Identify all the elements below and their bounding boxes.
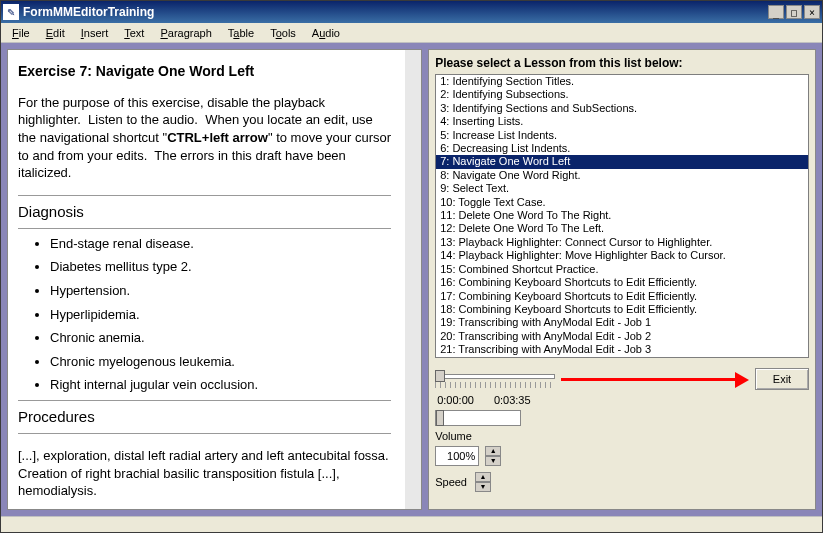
lesson-item[interactable]: 20: Transcribing with AnyModal Edit - Jo… bbox=[436, 330, 808, 343]
lesson-item[interactable]: 8: Navigate One Word Right. bbox=[436, 169, 808, 182]
list-item: Right internal jugular vein occlusion. bbox=[50, 376, 391, 394]
audio-duration: 0:03:35 bbox=[494, 394, 531, 406]
titlebar: ✎ FormMMEditorTraining _ □ × bbox=[1, 1, 822, 23]
lesson-item[interactable]: 21: Transcribing with AnyModal Edit - Jo… bbox=[436, 343, 808, 356]
menu-file[interactable]: File bbox=[5, 25, 37, 41]
app-icon: ✎ bbox=[3, 4, 19, 20]
speed-value[interactable]: 100% bbox=[435, 446, 479, 466]
lesson-item[interactable]: 4: Inserting Lists. bbox=[436, 115, 808, 128]
menu-edit[interactable]: Edit bbox=[39, 25, 72, 41]
section-diagnosis-title: Diagnosis bbox=[18, 202, 391, 222]
exercise-title: Exercise 7: Navigate One Word Left bbox=[18, 62, 391, 81]
close-button[interactable]: × bbox=[804, 5, 820, 19]
document-pane: Exercise 7: Navigate One Word Left For t… bbox=[7, 49, 422, 510]
speed-up-button[interactable]: ▲ bbox=[485, 446, 501, 456]
lesson-item[interactable]: 16: Combining Keyboard Shortcuts to Edit… bbox=[436, 276, 808, 289]
speed-down-button[interactable]: ▼ bbox=[485, 456, 501, 466]
volume-slider[interactable] bbox=[435, 410, 521, 426]
volume-label: Volume bbox=[435, 430, 809, 442]
app-window: ✎ FormMMEditorTraining _ □ × File Edit I… bbox=[0, 0, 823, 533]
lesson-item[interactable]: 10: Toggle Text Case. bbox=[436, 196, 808, 209]
lesson-item[interactable]: 14: Playback Highlighter: Move Highlight… bbox=[436, 249, 808, 262]
maximize-button[interactable]: □ bbox=[786, 5, 802, 19]
list-item: Diabetes mellitus type 2. bbox=[50, 258, 391, 276]
diagnosis-list: End-stage renal disease. Diabetes mellit… bbox=[50, 235, 391, 394]
menu-paragraph[interactable]: Paragraph bbox=[153, 25, 218, 41]
minimize-button[interactable]: _ bbox=[768, 5, 784, 19]
menu-audio[interactable]: Audio bbox=[305, 25, 347, 41]
lesson-item[interactable]: 15: Combined Shortcut Practice. bbox=[436, 263, 808, 276]
menu-table[interactable]: Table bbox=[221, 25, 261, 41]
list-item: End-stage renal disease. bbox=[50, 235, 391, 253]
lesson-item[interactable]: 2: Identifying Subsections. bbox=[436, 88, 808, 101]
client-area: Exercise 7: Navigate One Word Left For t… bbox=[1, 43, 822, 516]
lesson-item[interactable]: 13: Playback Highlighter: Connect Cursor… bbox=[436, 236, 808, 249]
audio-controls: Exit 0:00:00 0:03:35 Volume 100% ▲ ▼ bbox=[435, 368, 809, 492]
seek-thumb[interactable] bbox=[435, 370, 445, 382]
lesson-item[interactable]: 3: Identifying Sections and SubSections. bbox=[436, 102, 808, 115]
lesson-item[interactable]: 19: Transcribing with AnyModal Edit - Jo… bbox=[436, 316, 808, 329]
seek-slider[interactable] bbox=[435, 368, 555, 390]
list-item: Hyperlipidemia. bbox=[50, 306, 391, 324]
menu-insert[interactable]: Insert bbox=[74, 25, 116, 41]
lesson-prompt: Please select a Lesson from this list be… bbox=[435, 56, 809, 70]
exercise-intro: For the purpose of this exercise, disabl… bbox=[18, 94, 391, 182]
section-procedures-title: Procedures bbox=[18, 407, 391, 427]
lesson-item[interactable]: 7: Navigate One Word Left bbox=[436, 155, 808, 168]
speed-alt-down[interactable]: ▼ bbox=[475, 482, 491, 492]
lesson-item[interactable]: 18: Combining Keyboard Shortcuts to Edit… bbox=[436, 303, 808, 316]
statusbar bbox=[1, 516, 822, 532]
lesson-item[interactable]: 17: Combining Keyboard Shortcuts to Edit… bbox=[436, 290, 808, 303]
lesson-pane: Please select a Lesson from this list be… bbox=[428, 49, 816, 510]
audio-position: 0:00:00 bbox=[437, 394, 474, 406]
list-item: Chronic anemia. bbox=[50, 329, 391, 347]
lesson-item[interactable]: 9: Select Text. bbox=[436, 182, 808, 195]
lesson-item[interactable]: 12: Delete One Word To The Left. bbox=[436, 222, 808, 235]
speed-alt-up[interactable]: ▲ bbox=[475, 472, 491, 482]
volume-thumb[interactable] bbox=[436, 410, 444, 426]
lesson-item[interactable]: 6: Decreasing List Indents. bbox=[436, 142, 808, 155]
lesson-item[interactable]: 5: Increase List Indents. bbox=[436, 129, 808, 142]
menu-tools[interactable]: Tools bbox=[263, 25, 303, 41]
annotation-arrow bbox=[561, 375, 749, 383]
doc-scrollbar[interactable] bbox=[405, 50, 421, 509]
lesson-list[interactable]: 1: Identifying Section Titles.2: Identif… bbox=[435, 74, 809, 358]
list-item: Chronic myelogenous leukemia. bbox=[50, 353, 391, 371]
window-title: FormMMEditorTraining bbox=[23, 5, 768, 19]
menubar: File Edit Insert Text Paragraph Table To… bbox=[1, 23, 822, 43]
menu-text[interactable]: Text bbox=[117, 25, 151, 41]
lesson-item[interactable]: 11: Delete One Word To The Right. bbox=[436, 209, 808, 222]
lesson-item[interactable]: 1: Identifying Section Titles. bbox=[436, 75, 808, 88]
document-body[interactable]: Exercise 7: Navigate One Word Left For t… bbox=[8, 50, 405, 509]
procedures-body: [...], exploration, distal left radial a… bbox=[18, 447, 391, 500]
exit-button[interactable]: Exit bbox=[755, 368, 809, 390]
list-item: Hypertension. bbox=[50, 282, 391, 300]
speed-label: Speed bbox=[435, 476, 467, 488]
